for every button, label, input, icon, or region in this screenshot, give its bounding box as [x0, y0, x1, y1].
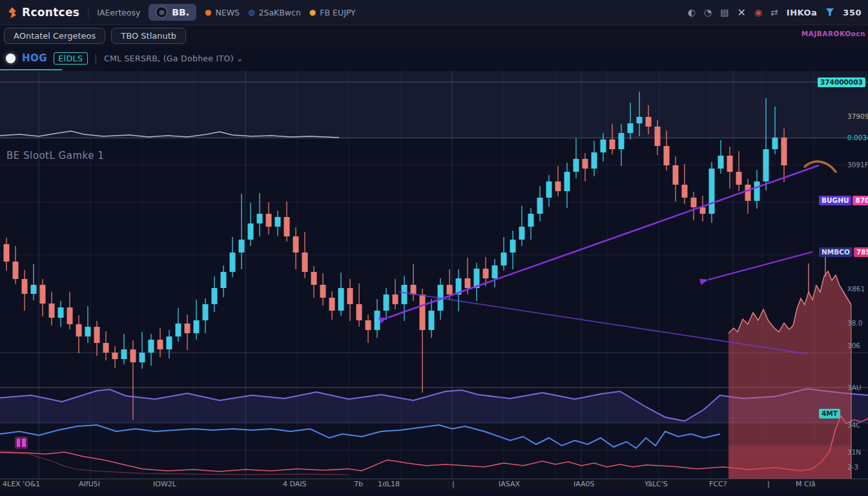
candlestick: [664, 146, 670, 165]
pill-label: BB.: [172, 7, 189, 17]
corner-watermark-text: MAJBAROKOocn: [801, 30, 865, 37]
candlestick: [103, 343, 109, 353]
candlestick: [411, 285, 417, 294]
red-overlay-lower: [728, 446, 851, 479]
candlestick: [167, 336, 172, 349]
candlestick: [601, 140, 606, 152]
candlestick: [257, 214, 263, 223]
candlestick: [185, 324, 191, 333]
toolbar-label-2[interactable]: 350: [843, 8, 862, 17]
candlestick: [302, 253, 308, 272]
candlestick: [528, 214, 534, 227]
symbol-pill-button[interactable]: ◎ BB.: [149, 4, 196, 21]
x-icon[interactable]: ✕: [737, 6, 745, 19]
candlestick: [248, 223, 254, 240]
symbol-badge[interactable]: ElDLS: [54, 52, 87, 65]
funnel-icon[interactable]: [825, 8, 834, 17]
candlestick: [67, 307, 73, 324]
arrows-icon[interactable]: ⇄: [770, 7, 778, 17]
candlestick: [49, 304, 55, 318]
candlestick: [176, 324, 181, 336]
candlestick: [537, 198, 543, 214]
candlestick: [673, 165, 679, 185]
candlestick: [230, 253, 236, 272]
candlestick: [519, 227, 525, 240]
candlestick: [121, 349, 127, 359]
candlestick: [384, 294, 389, 311]
menu-item-label: FB EUJPY: [320, 8, 355, 17]
candlestick: [592, 152, 597, 169]
candlestick: [140, 353, 145, 362]
candlestick: [583, 159, 588, 169]
candlestick: [691, 198, 697, 207]
candlestick: [338, 288, 344, 311]
menu-item-3[interactable]: ◍ 2SaKBwcn: [248, 8, 301, 17]
candlestick: [628, 123, 634, 133]
candlestick: [293, 236, 299, 253]
candlestick: [718, 156, 724, 169]
candlestick: [420, 294, 426, 330]
candlestick: [158, 340, 163, 349]
candlestick: [402, 285, 408, 304]
candlestick: [465, 278, 471, 288]
candlestick: [320, 285, 326, 298]
candlestick: [112, 353, 118, 359]
globe-icon[interactable]: ◐: [688, 7, 696, 17]
app-logo[interactable]: Rcontces: [6, 6, 79, 19]
divider: |: [94, 52, 98, 65]
upper-band: [0, 71, 868, 138]
candlestick: [492, 265, 498, 278]
time-axis[interactable]: [0, 479, 868, 490]
menu-item-news[interactable]: ● NEWS: [205, 8, 240, 17]
clock-icon[interactable]: ◔: [704, 7, 712, 17]
candlestick: [619, 133, 625, 149]
globe-small-icon: ◎: [156, 6, 167, 18]
candlestick: [637, 117, 643, 123]
candlestick: [646, 117, 652, 127]
candlestick: [347, 288, 353, 304]
menu-item-label: IAEerteosy: [97, 8, 140, 17]
candlestick: [772, 138, 778, 149]
candlestick: [284, 217, 290, 236]
candlestick: [31, 285, 37, 294]
toolbar-right: ◐ ◔ ▤ ✕ ◉ ⇄ IHKOa 350: [688, 6, 862, 19]
divider: [88, 6, 88, 19]
indicator-panel-label: BE SlootL Gamke 1: [6, 150, 104, 161]
candlestick: [85, 327, 91, 336]
record-icon[interactable]: ◉: [754, 7, 762, 17]
menu-item-label: 2SaKBwcn: [259, 8, 301, 17]
menu-item-label: NEWS: [215, 8, 240, 17]
candlestick: [754, 181, 760, 201]
candlestick: [483, 269, 489, 278]
symbol-code[interactable]: HOG: [22, 52, 47, 64]
candlestick: [736, 172, 742, 185]
symbol-description[interactable]: CML SERSRB, (Ga Dobhee ITO) ⌄: [104, 54, 243, 63]
candlestick: [709, 169, 715, 214]
candlestick: [149, 340, 154, 353]
candlestick: [221, 272, 227, 288]
candlestick: [501, 253, 507, 265]
symbol-bar: HOG ElDLS | CML SERSRB, (Ga Dobhee ITO) …: [0, 46, 868, 70]
candlestick: [555, 181, 561, 191]
candlestick: [655, 127, 661, 146]
status-dot-icon: [6, 54, 16, 63]
candlestick: [574, 159, 579, 172]
candlestick: [266, 214, 272, 227]
candlestick: [447, 285, 453, 294]
menu-item-1[interactable]: IAEerteosy: [97, 8, 140, 17]
candlestick: [13, 262, 19, 279]
price-chart[interactable]: [0, 0, 868, 496]
candlestick: [510, 240, 516, 253]
candlestick: [275, 217, 281, 227]
book-icon[interactable]: ▤: [720, 7, 728, 17]
tab-2[interactable]: TBO Stlanutb: [111, 28, 186, 44]
top-toolbar: Rcontces IAEerteosy ◎ BB. ● NEWS ◍ 2SaKB…: [0, 0, 868, 25]
candlestick: [58, 307, 64, 318]
candlestick: [375, 311, 380, 330]
candlestick: [546, 181, 552, 198]
candlestick: [239, 240, 245, 253]
toolbar-label-1[interactable]: IHKOa: [787, 8, 818, 17]
menu-item-4[interactable]: ● FB EUJPY: [309, 8, 356, 17]
tab-1[interactable]: AOntatel Cergeteos: [4, 28, 105, 44]
candlestick: [682, 185, 688, 198]
